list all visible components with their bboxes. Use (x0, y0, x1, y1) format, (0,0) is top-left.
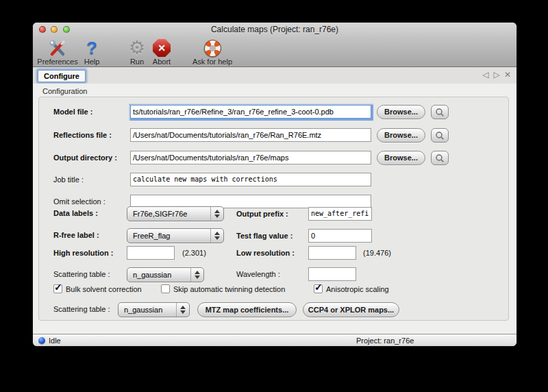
magnifier-icon (435, 131, 445, 140)
r-free-label-dropdown[interactable]: FreeR_flag (127, 228, 224, 243)
anisotropic-scaling-label: Anisotropic scaling (326, 284, 389, 294)
checkmark-icon: ✓ (314, 282, 323, 292)
model-file-browse-button[interactable]: Browse... (377, 105, 425, 119)
scattering-table-dropdown[interactable]: n_gaussian (127, 267, 204, 282)
stepper-arrows-icon (190, 268, 203, 282)
tab-configure[interactable]: Configure (38, 70, 86, 82)
stepper-arrows-icon (210, 229, 223, 243)
checkmark-icon: ✓ (54, 282, 62, 292)
bulk-solvent-checkbox[interactable]: ✓ (53, 284, 62, 293)
data-labels-dropdown[interactable]: Fr76e,SIGFr76e (127, 206, 224, 221)
model-file-input[interactable]: ts/tutorials/ran_r76e/Refine_3/ran_r76e_… (130, 105, 371, 119)
low-resolution-input[interactable] (308, 246, 356, 260)
toolbar-abort-button[interactable]: ✕ Abort (149, 38, 174, 66)
output-directory-input[interactable]: /Users/nat/Documents/tutorials/ran_r76e/… (130, 151, 371, 164)
reflections-file-input[interactable]: /Users/nat/Documents/tutorials/ran_r76e/… (130, 128, 371, 142)
titlebar[interactable]: Calculate maps (Project: ran_r76e) (33, 23, 516, 36)
window-title: Calculate maps (Project: ran_r76e) (33, 23, 516, 36)
status-text: Idle (49, 334, 61, 346)
model-file-label: Model file : (53, 105, 92, 119)
toolbar-run-button[interactable]: ⚙ Run (126, 38, 148, 66)
output-directory-magnifier-button[interactable] (431, 151, 449, 165)
reflections-file-browse-button[interactable]: Browse... (377, 128, 425, 143)
output-prefix-input[interactable]: new_after_refi (308, 207, 372, 221)
next-tab-icon[interactable]: ▷ (491, 69, 502, 81)
high-resolution-label: High resolution : (53, 246, 113, 260)
preferences-tools-icon (36, 38, 79, 58)
magnifier-icon (435, 108, 445, 117)
output-directory-label: Output directory : (53, 151, 117, 164)
scattering-table-label: Scattering table : (53, 267, 110, 281)
toolbar-help-button[interactable]: ? Help (81, 38, 103, 66)
help-question-icon: ? (81, 38, 103, 58)
output-directory-browse-button[interactable]: Browse... (377, 151, 425, 165)
wavelength-label: Wavelength : (236, 267, 280, 281)
model-file-magnifier-button[interactable] (431, 105, 449, 119)
low-resolution-hint: (19.476) (363, 246, 391, 260)
configuration-panel: Configuration Model file : ts/tutorials/… (33, 84, 516, 334)
reflections-file-magnifier-button[interactable] (431, 128, 449, 143)
skip-twinning-label: Skip automatic twinning detection (173, 284, 285, 294)
ccp4-xplor-maps-button[interactable]: CCP4 or XPLOR maps... (303, 302, 399, 317)
toolbar-preferences-button[interactable]: Preferences (36, 38, 79, 66)
bulk-solvent-label: Bulk solvent correction (66, 284, 142, 294)
prev-tab-icon[interactable]: ◁ (480, 69, 491, 81)
abort-stop-icon: ✕ (149, 38, 174, 58)
scattering-table-2-label: Scattering table : (53, 302, 110, 316)
stepper-arrows-icon (210, 207, 223, 221)
job-title-label: Job title : (53, 173, 84, 186)
high-resolution-hint: (2.301) (182, 246, 206, 260)
status-indicator-icon (38, 337, 45, 344)
data-labels-label: Data labels : (53, 206, 98, 220)
mtz-map-coefficients-button[interactable]: MTZ map coefficients... (197, 302, 297, 317)
window-header: Calculate maps (Project: ran_r76e) Prefe… (33, 23, 516, 67)
lifesaver-icon (190, 38, 234, 58)
low-resolution-label: Low resolution : (236, 246, 295, 260)
scattering-table-2-dropdown[interactable]: n_gaussian (118, 302, 190, 317)
output-prefix-label: Output prefix : (236, 207, 288, 221)
reflections-file-label: Reflections file : (53, 128, 112, 142)
magnifier-icon (435, 154, 445, 163)
job-title-input[interactable]: calculate new maps with corrections (130, 173, 371, 186)
skip-twinning-checkbox[interactable] (161, 284, 170, 293)
test-flag-value-label: Test flag value : (236, 229, 292, 243)
toolbar-ask-for-help-button[interactable]: Ask for help (190, 38, 234, 66)
status-project: Project: ran_r76e (356, 334, 414, 346)
run-gear-icon: ⚙ (126, 38, 148, 58)
high-resolution-input[interactable] (127, 246, 175, 260)
anisotropic-scaling-checkbox[interactable]: ✓ (314, 284, 323, 293)
r-free-label-label: R-free label : (53, 228, 99, 242)
status-bar: Idle Project: ran_r76e (33, 334, 516, 346)
wavelength-input[interactable] (308, 267, 356, 281)
app-window: Calculate maps (Project: ran_r76e) Prefe… (33, 23, 516, 346)
tab-bar: Configure ◁ ▷ ✕ (33, 67, 516, 84)
close-tab-icon[interactable]: ✕ (502, 69, 513, 81)
section-title: Configuration (42, 87, 87, 95)
stepper-arrows-icon (176, 303, 189, 317)
test-flag-value-input[interactable]: 0 (308, 229, 372, 243)
